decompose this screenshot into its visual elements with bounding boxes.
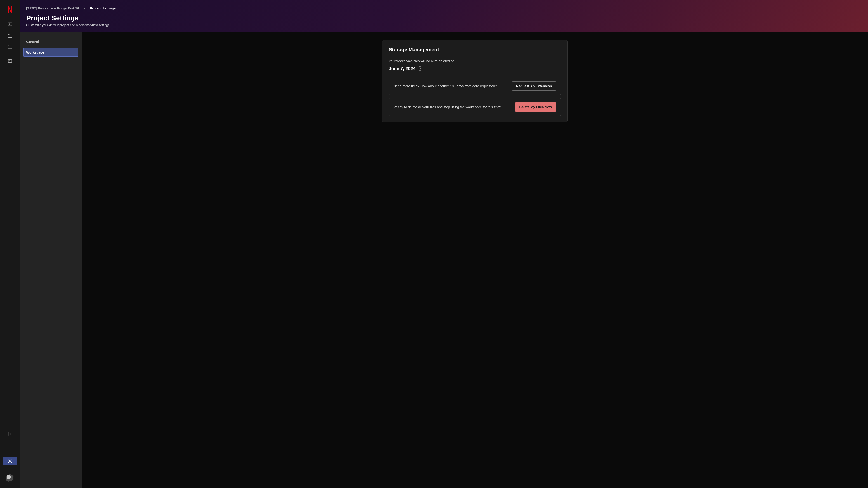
delete-files-button[interactable]: Delete My Files Now: [515, 102, 556, 111]
delete-row: Ready to delete all your files and stop …: [389, 98, 561, 116]
breadcrumb-current: Project Settings: [90, 6, 116, 10]
storage-management-card: Storage Management Your workspace files …: [382, 40, 567, 122]
left-rail: [0, 0, 20, 488]
request-extension-button[interactable]: Request An Extension: [512, 81, 556, 91]
user-avatar[interactable]: [6, 475, 14, 483]
collapse-icon[interactable]: [7, 431, 12, 436]
settings-nav: General Workspace: [20, 32, 82, 488]
import-icon[interactable]: [7, 58, 12, 63]
rail-group-top: [7, 22, 12, 49]
breadcrumb-separator: /: [84, 6, 85, 10]
help-icon[interactable]: ?: [418, 66, 422, 71]
settings-nav-general[interactable]: General: [23, 37, 79, 46]
breadcrumb-parent[interactable]: [TEST] Workspace Purge Test 10: [26, 6, 79, 10]
page-header: [TEST] Workspace Purge Test 10 / Project…: [20, 0, 868, 32]
main-column: [TEST] Workspace Purge Test 10 / Project…: [20, 0, 868, 488]
body-row: General Workspace Storage Management You…: [20, 32, 868, 488]
storage-title: Storage Management: [389, 47, 561, 53]
svg-marker-1: [9, 24, 11, 25]
settings-nav-workspace[interactable]: Workspace: [23, 48, 79, 57]
page-title: Project Settings: [26, 14, 862, 22]
app-root: [TEST] Workspace Purge Test 10 / Project…: [0, 0, 868, 488]
netflix-n-icon: [8, 6, 12, 13]
extension-text: Need more time? How about another 180 da…: [394, 84, 497, 88]
page-subtitle: Customize your default project and media…: [26, 23, 862, 27]
breadcrumb: [TEST] Workspace Purge Test 10 / Project…: [26, 6, 862, 10]
auto-delete-date-row: June 7, 2024 ?: [389, 66, 561, 71]
auto-delete-date: June 7, 2024: [389, 66, 416, 71]
play-icon[interactable]: [7, 22, 12, 27]
svg-point-3: [9, 461, 11, 462]
content-area: Storage Management Your workspace files …: [82, 32, 868, 488]
gear-icon: [8, 459, 12, 463]
delete-text: Ready to delete all your files and stop …: [394, 105, 501, 109]
folder-icon[interactable]: [7, 33, 12, 38]
auto-delete-label: Your workspace files will be auto-delete…: [389, 59, 561, 63]
brand-logo[interactable]: [6, 4, 13, 14]
settings-button[interactable]: [3, 457, 17, 465]
folder-icon[interactable]: [7, 44, 12, 49]
extension-row: Need more time? How about another 180 da…: [389, 77, 561, 95]
